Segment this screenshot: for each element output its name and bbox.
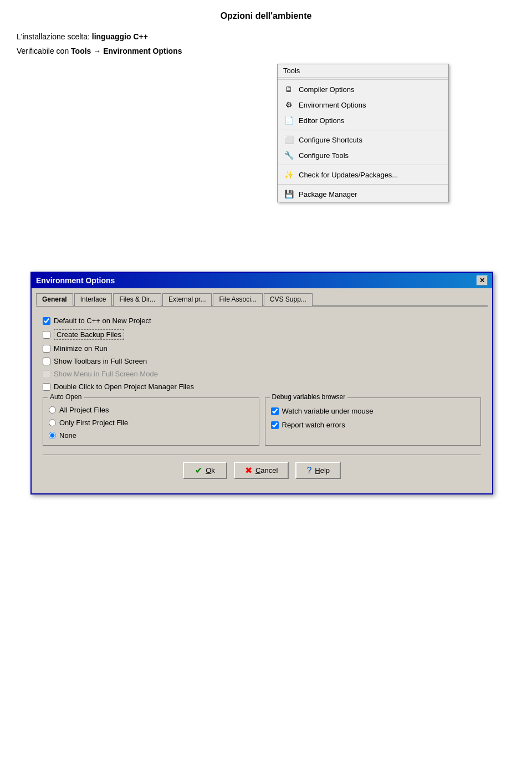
cancel-label: Cancel: [255, 466, 278, 475]
ok-label: Ok: [206, 466, 215, 475]
radio-none-input[interactable]: [49, 432, 56, 439]
checkbox-default-cpp-input[interactable]: [43, 317, 50, 325]
checkbox-default-cpp-label: Default to C++ on New Project: [54, 317, 151, 325]
configure-tools-icon: 🔧: [283, 150, 294, 160]
checkbox-double-click: Double Click to Open Project Manager Fil…: [43, 383, 481, 391]
menu-item-editor-options[interactable]: 📄 Editor Options: [278, 113, 448, 128]
editor-options-icon: 📄: [283, 115, 294, 125]
configure-tools-label: Configure Tools: [299, 151, 349, 160]
radio-none: None: [49, 431, 253, 440]
configure-shortcuts-label: Configure Shortcuts: [299, 136, 362, 144]
menu-separator-3: [278, 184, 448, 185]
menu-item-package-manager[interactable]: 💾 Package Manager: [278, 186, 448, 202]
checkbox-minimize-run-input[interactable]: [43, 345, 50, 353]
tab-external-pr[interactable]: External pr...: [162, 293, 212, 306]
checkbox-double-click-label: Double Click to Open Project Manager Fil…: [54, 383, 194, 391]
help-icon: ?: [306, 466, 311, 476]
environment-options-dialog: Environment Options ✕ General Interface …: [30, 272, 493, 494]
dialog-body: General Interface Files & Dir... Externa…: [32, 288, 492, 493]
checkbox-minimize-run-label: Minimize on Run: [54, 344, 108, 353]
checkbox-show-menu: Show Menu in Full Screen Mode: [43, 370, 481, 378]
checkbox-minimize-run: Minimize on Run: [43, 344, 481, 353]
check-updates-label: Check for Updates/Packages...: [299, 171, 398, 179]
help-button[interactable]: ? Help: [295, 462, 341, 479]
page-subtitle: L'installazione scelta: linguaggio C++: [17, 32, 515, 41]
debug-group-title: Debug variables browser: [270, 393, 348, 401]
checkbox-create-backup-label: Create Backup Files: [54, 329, 124, 340]
tab-general[interactable]: General: [36, 293, 73, 306]
ok-icon: ✔: [195, 465, 202, 476]
checkbox-show-toolbars-label: Show Toolbars in Full Screen: [54, 357, 147, 365]
checkbox-show-menu-input: [43, 370, 50, 378]
groups-row: Auto Open All Project Files Only First P…: [43, 397, 481, 446]
checkbox-default-cpp: Default to C++ on New Project: [43, 317, 481, 325]
tools-menu: Tools 🖥 Compiler Options ⚙ Environment O…: [277, 64, 449, 202]
tools-menu-header: Tools: [278, 64, 448, 78]
tab-cvs-supp[interactable]: CVS Supp...: [264, 293, 313, 306]
radio-first-project: Only First Project File: [49, 419, 253, 427]
page-title: Opzioni dell'ambiente: [17, 11, 515, 21]
compiler-options-label: Compiler Options: [299, 85, 354, 94]
dialog-title: Environment Options: [36, 276, 115, 285]
dialog-buttons: ✔ Ok ✖ Cancel ? Help: [43, 455, 481, 483]
info-prefix: Verificabile con: [17, 47, 71, 55]
radio-all-project-input[interactable]: [49, 406, 56, 414]
info-bold: Tools: [71, 47, 91, 55]
menu-item-environment-options[interactable]: ⚙ Environment Options: [278, 97, 448, 113]
radio-all-project: All Project Files: [49, 406, 253, 414]
checkbox-create-backup-input[interactable]: [43, 331, 50, 339]
subtitle-value: linguaggio C++: [92, 32, 148, 41]
debug-report-watch-input[interactable]: [271, 421, 279, 429]
auto-open-group: Auto Open All Project Files Only First P…: [43, 397, 259, 446]
package-manager-icon: 💾: [283, 189, 294, 199]
cancel-icon: ✖: [245, 465, 252, 476]
tab-file-associ[interactable]: File Associ...: [213, 293, 262, 306]
compiler-options-icon: 🖥: [283, 84, 294, 94]
subtitle-label: L'installazione scelta:: [17, 32, 92, 41]
radio-first-project-input[interactable]: [49, 419, 56, 426]
checkbox-double-click-input[interactable]: [43, 383, 50, 391]
checkbox-create-backup: Create Backup Files: [43, 329, 481, 340]
page-info: Verificabile con Tools → Environment Opt…: [17, 47, 515, 55]
tab-interface[interactable]: Interface: [74, 293, 112, 306]
debug-watch-variable-label: Watch variable under mouse: [282, 407, 374, 415]
debug-watch-variable: Watch variable under mouse: [271, 407, 475, 415]
dialog-content: Default to C++ on New Project Create Bac…: [36, 311, 488, 489]
checkbox-show-toolbars: Show Toolbars in Full Screen: [43, 357, 481, 365]
tabs-row: General Interface Files & Dir... Externa…: [36, 293, 488, 307]
debug-group: Debug variables browser Watch variable u…: [265, 397, 482, 446]
ok-button[interactable]: ✔ Ok: [183, 462, 227, 479]
checkbox-show-menu-label: Show Menu in Full Screen Mode: [54, 370, 158, 378]
tools-menu-wrapper: Tools 🖥 Compiler Options ⚙ Environment O…: [277, 64, 499, 202]
menu-item-configure-shortcuts[interactable]: ⬜ Configure Shortcuts: [278, 132, 448, 147]
configure-shortcuts-icon: ⬜: [283, 135, 294, 145]
environment-options-label: Environment Options: [299, 101, 366, 109]
info-link: Environment Options: [103, 47, 182, 55]
menu-separator-2: [278, 165, 448, 165]
checkbox-show-toolbars-input[interactable]: [43, 358, 50, 365]
debug-watch-variable-input[interactable]: [271, 407, 279, 415]
dialog-close-button[interactable]: ✕: [477, 276, 488, 285]
menu-item-configure-tools[interactable]: 🔧 Configure Tools: [278, 147, 448, 163]
menu-separator-1: [278, 130, 448, 130]
menu-item-check-updates[interactable]: ✨ Check for Updates/Packages...: [278, 167, 448, 182]
cancel-button[interactable]: ✖ Cancel: [234, 462, 289, 479]
debug-report-watch: Report watch errors: [271, 421, 475, 429]
editor-options-label: Editor Options: [299, 116, 344, 125]
auto-open-group-title: Auto Open: [48, 393, 84, 401]
info-arrow: →: [91, 47, 103, 55]
menu-separator-top: [278, 79, 448, 80]
dialog-overlay: Environment Options ✕ General Interface …: [30, 272, 493, 494]
debug-report-watch-label: Report watch errors: [282, 421, 345, 429]
radio-all-project-label: All Project Files: [59, 406, 109, 414]
help-label: Help: [315, 466, 330, 475]
radio-first-project-label: Only First Project File: [59, 419, 128, 427]
check-updates-icon: ✨: [283, 170, 294, 180]
tab-files-dir[interactable]: Files & Dir...: [113, 293, 161, 306]
menu-item-compiler-options[interactable]: 🖥 Compiler Options: [278, 81, 448, 97]
environment-options-icon: ⚙: [283, 100, 294, 110]
package-manager-label: Package Manager: [299, 190, 357, 198]
dialog-titlebar: Environment Options ✕: [32, 273, 492, 288]
radio-none-label: None: [59, 431, 76, 440]
